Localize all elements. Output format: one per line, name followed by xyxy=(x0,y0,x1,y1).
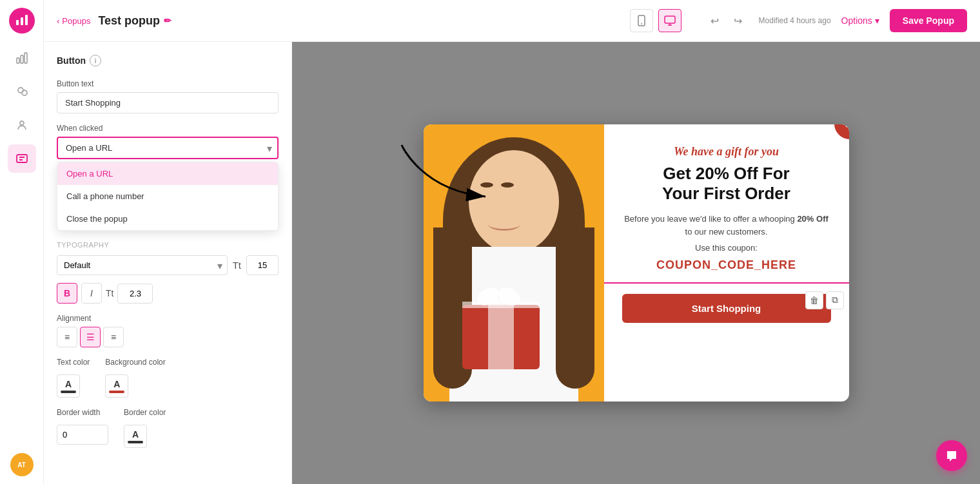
when-clicked-label: When clicked xyxy=(57,124,279,133)
popup-desc-highlight: 20% Off xyxy=(797,214,828,224)
content-area: Button i Button text When clicked Open a… xyxy=(44,42,980,484)
dropdown-menu: Open a URL Call a phone number Close the… xyxy=(57,162,279,231)
options-chevron-icon: ▾ xyxy=(875,15,879,26)
undo-redo-group: ↩ ↪ xyxy=(705,10,749,31)
duplicate-button[interactable]: ⧉ xyxy=(826,291,844,309)
popup-desc-before: Before you leave we'd like to offer a wh… xyxy=(624,214,795,224)
bg-color-bar xyxy=(109,391,124,393)
undo-button[interactable]: ↩ xyxy=(705,10,725,31)
color-row: Text color A Background color A xyxy=(57,358,279,398)
delete-button[interactable]: 🗑 xyxy=(805,291,823,309)
mobile-device-btn[interactable] xyxy=(630,9,653,32)
border-color-label: Border color xyxy=(124,408,166,417)
dropdown-item-call-phone[interactable]: Call a phone number xyxy=(57,185,278,208)
user-avatar[interactable]: AT xyxy=(10,453,34,476)
woman-eye-left xyxy=(480,182,493,188)
woman-hair-right xyxy=(556,227,594,389)
alignment-label: Alignment xyxy=(57,314,279,323)
options-button[interactable]: Options ▾ xyxy=(841,15,879,26)
popup-cta-section: 🗑 ⧉ Start Shopping xyxy=(604,282,849,323)
text-color-letter-icon: A xyxy=(65,379,72,389)
page-title-text: Test popup xyxy=(98,14,160,28)
topbar: ‹ Popups Test popup ✏ ↩ xyxy=(44,0,980,42)
left-panel: Button i Button text When clicked Open a… xyxy=(44,42,292,484)
popup-subtitle: We have a gift for you xyxy=(674,145,779,159)
font-family-select[interactable]: Default xyxy=(57,255,228,275)
sidebar-item-segments[interactable] xyxy=(8,77,36,106)
svg-point-11 xyxy=(641,23,642,24)
italic-button[interactable]: I xyxy=(81,283,102,304)
options-label: Options xyxy=(841,15,872,26)
svg-rect-4 xyxy=(21,55,23,63)
edit-title-icon[interactable]: ✏ xyxy=(164,15,172,26)
woman-smile xyxy=(488,218,520,231)
popup-title: Get 20% Off For Your First Order xyxy=(662,164,790,204)
svg-rect-5 xyxy=(24,53,27,63)
line-height-input[interactable] xyxy=(117,284,153,304)
chat-fab-button[interactable] xyxy=(936,440,967,471)
panel-title: Button i xyxy=(57,55,279,66)
canvas-area: ✕ xyxy=(292,42,980,484)
dropdown-item-close-popup[interactable]: Close the popup xyxy=(57,208,278,230)
svg-rect-2 xyxy=(25,15,28,25)
svg-rect-0 xyxy=(16,20,19,25)
sidebar: AT xyxy=(0,0,44,484)
back-label: Popups xyxy=(62,16,90,26)
sidebar-item-chart[interactable] xyxy=(8,44,36,72)
border-color-swatch[interactable]: A xyxy=(124,425,147,448)
border-width-input[interactable] xyxy=(57,425,108,445)
gift-ribbon-horizontal xyxy=(462,302,540,308)
svg-rect-1 xyxy=(21,17,23,25)
svg-point-7 xyxy=(22,90,27,95)
text-color-label: Text color xyxy=(57,358,90,367)
svg-rect-9 xyxy=(17,155,27,162)
popup-coupon-code: COUPON_CODE_HERE xyxy=(656,258,796,272)
border-color-group: Border color A xyxy=(124,408,166,448)
alignment-row: ≡ ☰ ≡ xyxy=(57,327,279,347)
button-text-input[interactable] xyxy=(57,92,279,113)
when-clicked-dropdown-wrapper: Open a URL Call a phone number Close the… xyxy=(57,137,279,159)
back-link[interactable]: ‹ Popups xyxy=(57,16,90,26)
typography-label: Typography xyxy=(57,241,279,249)
when-clicked-select[interactable]: Open a URL Call a phone number Close the… xyxy=(57,137,279,159)
font-size-input[interactable] xyxy=(246,255,279,275)
border-width-group: Border width xyxy=(57,408,108,448)
border-color-bar xyxy=(128,441,143,443)
main-area: ‹ Popups Test popup ✏ ↩ xyxy=(44,0,980,484)
popup-image-section xyxy=(424,124,604,402)
save-popup-button[interactable]: Save Popup xyxy=(890,9,967,32)
button-text-label: Button text xyxy=(57,79,279,88)
align-right-button[interactable]: ≡ xyxy=(103,327,124,347)
panel-title-text: Button xyxy=(57,55,86,66)
text-transform-icon: Tt xyxy=(233,260,241,271)
popup-image xyxy=(424,124,604,402)
dropdown-item-open-url[interactable]: Open a URL xyxy=(57,162,278,185)
popup-card: ✕ xyxy=(424,124,849,402)
modified-text: Modified 4 hours ago xyxy=(759,16,831,25)
sidebar-item-popups[interactable] xyxy=(8,144,36,173)
bold-button[interactable]: B xyxy=(57,283,77,304)
gift-ribbon-vertical xyxy=(488,298,514,369)
info-icon[interactable]: i xyxy=(90,55,101,66)
border-width-label: Border width xyxy=(57,408,108,417)
border-color-letter-icon: A xyxy=(132,429,139,440)
line-height-icon: Tt xyxy=(106,288,113,298)
desktop-device-btn[interactable] xyxy=(658,9,681,32)
cta-action-icons: 🗑 ⧉ xyxy=(805,291,844,309)
woman-eye-right xyxy=(501,182,514,188)
page-title: Test popup ✏ xyxy=(98,14,172,28)
bg-color-swatch[interactable]: A xyxy=(105,374,128,398)
sidebar-item-contacts[interactable] xyxy=(8,111,36,139)
bg-color-group: Background color A xyxy=(105,358,165,398)
popup-description: Before you leave we'd like to offer a wh… xyxy=(622,213,831,238)
redo-button[interactable]: ↪ xyxy=(728,10,749,31)
app-logo[interactable] xyxy=(9,8,35,34)
align-center-button[interactable]: ☰ xyxy=(80,327,101,347)
topbar-actions: ↩ ↪ Modified 4 hours ago Options ▾ Save … xyxy=(705,9,967,32)
text-color-swatch[interactable]: A xyxy=(57,374,80,398)
bg-color-label: Background color xyxy=(105,358,165,367)
popup-content-section: We have a gift for you Get 20% Off For Y… xyxy=(604,124,849,402)
cta-button[interactable]: Start Shopping xyxy=(622,294,831,323)
align-left-button[interactable]: ≡ xyxy=(57,327,77,347)
popup-title-line1: Get 20% Off For xyxy=(663,164,789,183)
